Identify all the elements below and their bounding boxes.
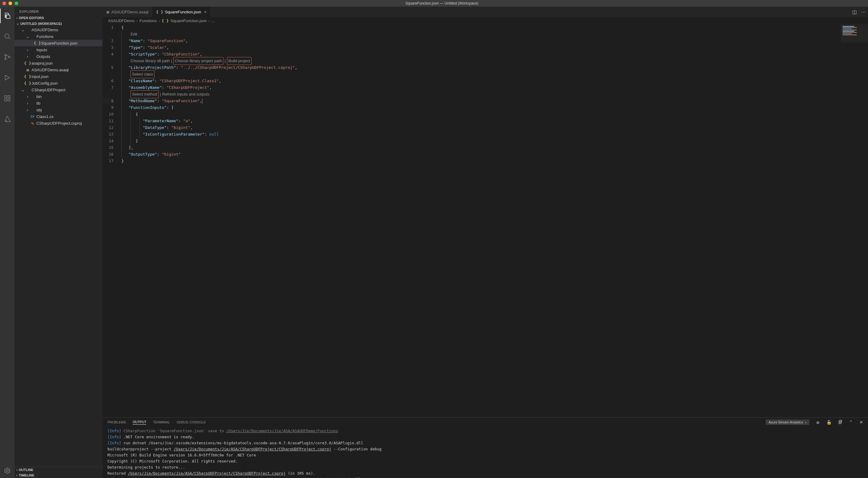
file-tree-item-outputs[interactable]: Outputs xyxy=(14,53,102,60)
editor-tab-asaql[interactable]: ≣ASAUDFDemo.asaql xyxy=(102,7,152,17)
file-tree-label: CSharpUDFProject xyxy=(32,88,65,92)
tab-debug-console[interactable]: DEBUG CONSOLE xyxy=(177,420,206,424)
code-line[interactable]: "ClassName": "CSharpUDFProject.Class1", xyxy=(118,78,868,84)
close-window[interactable] xyxy=(2,2,6,5)
file-tree-item-asaudfdemo[interactable]: ASAUDFDemo xyxy=(14,26,102,33)
file-tree-item-squarefunction[interactable]: { }SquareFunction.json xyxy=(14,40,102,46)
code-line[interactable]: } xyxy=(118,158,868,164)
breadcrumb-part[interactable]: Functions xyxy=(140,19,157,23)
file-tree-label: Functions xyxy=(36,34,54,39)
panel-maximize-icon[interactable]: ⌃ xyxy=(849,420,853,424)
maximize-window[interactable] xyxy=(14,2,18,5)
more-actions-icon[interactable]: ⋯ xyxy=(859,9,868,15)
output-channel-select[interactable]: Azure Stream Analytics xyxy=(766,419,809,425)
breadcrumb-part[interactable]: SquareFunction.json xyxy=(170,19,207,23)
code-line[interactable]: "DataType": "bigint", xyxy=(118,124,868,131)
file-tree-item-inputs[interactable]: Inputs xyxy=(14,46,102,53)
code-line[interactable]: "IsConfigurationParameter": null xyxy=(118,131,868,138)
source-control-icon[interactable] xyxy=(0,50,14,64)
file-tree-item-lib[interactable]: lib xyxy=(14,100,102,106)
panel-close-icon[interactable]: ✕ xyxy=(860,420,863,424)
output-line: [Info] .NET Core environment is ready. xyxy=(107,434,863,440)
explorer-icon[interactable] xyxy=(0,8,14,23)
code-line[interactable]: ], xyxy=(118,144,868,151)
breadcrumb-part[interactable]: ... xyxy=(212,19,215,23)
code-area[interactable]: {Edit "Name": "SquareFunction", "Type": … xyxy=(118,24,868,417)
search-icon[interactable] xyxy=(0,29,14,44)
activity-bar xyxy=(0,7,14,478)
file-tree-item-csproj[interactable]: ∿CSharpUDFProject.csproj xyxy=(14,120,102,127)
sidebar-title: EXPLORER xyxy=(14,7,102,15)
file-tree-label: ASAUDFDemo.asaql xyxy=(32,68,69,72)
code-line[interactable]: { xyxy=(118,24,868,31)
code-line[interactable]: } xyxy=(118,138,868,144)
file-tree-item-class1[interactable]: C#Class1.cs xyxy=(14,113,102,120)
sidebar: EXPLORER OPEN EDITORS UNTITLED (WORKSPAC… xyxy=(14,7,102,478)
extensions-icon[interactable] xyxy=(0,91,14,106)
filter-icon[interactable]: ≣ xyxy=(816,420,820,424)
file-icon: ≣ xyxy=(106,10,110,14)
file-tree-item-asaproj[interactable]: { }asaproj.json xyxy=(14,60,102,66)
editor-tabs: ≣ASAUDFDemo.asaql{ }SquareFunction.json×… xyxy=(102,7,868,17)
output-content[interactable]: [Info] CSharpFunction 'SquareFunction.js… xyxy=(102,427,868,478)
tab-label: ASAUDFDemo.asaql xyxy=(112,10,148,14)
file-tree-label: Inputs xyxy=(36,47,47,52)
code-line[interactable]: { xyxy=(118,111,868,118)
editor[interactable]: 1234567891011121314151617 {Edit "Name": … xyxy=(102,24,868,417)
clear-output-icon[interactable]: 🗐 xyxy=(838,420,842,424)
codelens-action[interactable]: Choose library project path xyxy=(173,57,223,65)
codelens-action[interactable]: Build project xyxy=(227,57,252,65)
close-tab-icon[interactable]: × xyxy=(204,10,207,14)
panel: PROBLEMS OUTPUT TERMINAL DEBUG CONSOLE A… xyxy=(102,417,868,478)
file-tree-item-jobconfig[interactable]: { }JobConfig.json xyxy=(14,80,102,87)
open-editors-section[interactable]: OPEN EDITORS xyxy=(14,15,102,21)
window-title: SquareFunction.json — Untitled (Workspac… xyxy=(18,1,866,5)
file-tree-label: SquareFunction.json xyxy=(41,41,78,45)
file-tree-item-bin[interactable]: bin xyxy=(14,93,102,100)
code-line[interactable]: "OutputType": "bigint" xyxy=(118,151,868,158)
azure-icon[interactable] xyxy=(0,112,14,126)
code-line[interactable]: "ParameterName": "a", xyxy=(118,118,868,124)
code-line[interactable]: "FunctionInputs": [ xyxy=(118,104,868,111)
code-line[interactable]: "Name": "SquareFunction", xyxy=(118,38,868,44)
json-icon: { } xyxy=(156,10,163,14)
tab-terminal[interactable]: TERMINAL xyxy=(153,420,170,424)
settings-gear-icon[interactable] xyxy=(0,464,14,478)
breadcrumb[interactable]: ASAUDFDemo›Functions›{ }SquareFunction.j… xyxy=(102,17,868,24)
file-tree-label: JobConfig.json xyxy=(32,81,58,86)
codelens-action[interactable]: Refresh inputs and outputs xyxy=(162,91,209,98)
code-line[interactable]: "AssemblyName": "CSharpUDFProject", xyxy=(118,84,868,91)
tab-problems[interactable]: PROBLEMS xyxy=(107,420,126,424)
outline-section[interactable]: OUTLINE xyxy=(14,467,102,473)
file-tree-label: Class1.cs xyxy=(36,114,54,119)
run-debug-icon[interactable] xyxy=(0,70,14,85)
file-tree-item-inputjson[interactable]: { }input.json xyxy=(14,73,102,80)
code-line[interactable]: "LibraryProjectPath": "../../CSharpUDFPr… xyxy=(118,64,868,71)
editor-tab-square[interactable]: { }SquareFunction.json× xyxy=(152,7,210,17)
codelens-action[interactable]: Edit xyxy=(130,31,137,38)
minimap[interactable] xyxy=(841,24,868,42)
code-line[interactable]: "MethodName": "SquareFunction", xyxy=(118,98,868,104)
split-editor-icon[interactable]: ◫ xyxy=(850,9,859,15)
titlebar: SquareFunction.json — Untitled (Workspac… xyxy=(0,0,868,7)
output-line: Determining projects to restore... xyxy=(107,464,863,470)
svg-point-1 xyxy=(5,55,6,56)
tab-output[interactable]: OUTPUT xyxy=(133,420,146,424)
file-tree-label: Outputs xyxy=(36,54,51,59)
file-tree-label: lib xyxy=(36,101,40,106)
file-tree-item-functions[interactable]: Functions xyxy=(14,33,102,40)
minimize-window[interactable] xyxy=(8,2,12,5)
workspace-section[interactable]: UNTITLED (WORKSPACE) xyxy=(14,21,102,26)
code-line[interactable]: "ScriptType": "CSharpFunction", xyxy=(118,51,868,58)
lock-scroll-icon[interactable]: 🔓 xyxy=(827,420,832,424)
file-tree-label: ASAUDFDemo xyxy=(32,28,58,32)
breadcrumb-part[interactable]: ASAUDFDemo xyxy=(108,19,134,23)
codelens-action[interactable]: Select method xyxy=(130,91,159,98)
codelens-action[interactable]: Choose library dll path xyxy=(130,58,169,64)
code-line[interactable]: "Type": "Scalar", xyxy=(118,44,868,51)
file-tree-item-demoasaql[interactable]: ≣ASAUDFDemo.asaql xyxy=(14,66,102,73)
codelens-action[interactable]: Select class xyxy=(130,70,154,78)
file-tree-item-obj[interactable]: obj xyxy=(14,106,102,113)
timeline-section[interactable]: TIMELINE xyxy=(14,473,102,478)
file-tree-item-csharpproj[interactable]: CSharpUDFProject xyxy=(14,87,102,93)
